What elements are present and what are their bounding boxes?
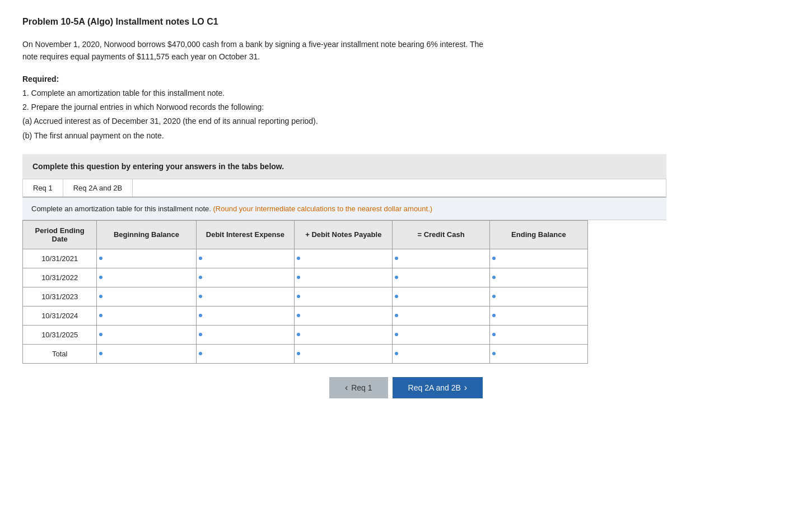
input-beginning-balance-2[interactable]	[97, 268, 196, 287]
tab-instruction-text: Complete an amortization table for this …	[31, 205, 211, 213]
input-field[interactable]	[397, 254, 484, 263]
input-debit-notes-5[interactable]	[295, 325, 393, 344]
problem-description: On November 1, 2020, Norwood borrows $47…	[22, 38, 666, 63]
input-field[interactable]	[101, 350, 191, 358]
input-ending-balance-5[interactable]	[489, 325, 587, 344]
bottom-buttons: Req 1 Req 2A and 2B	[238, 377, 574, 398]
input-ending-balance-3[interactable]	[489, 287, 587, 306]
input-field[interactable]	[101, 292, 191, 301]
input-field[interactable]	[101, 254, 191, 263]
input-field[interactable]	[101, 331, 191, 339]
col-header-date: Period Ending Date	[23, 220, 97, 249]
tab-req2a2b[interactable]: Req 2A and 2B	[63, 179, 133, 197]
page-title: Problem 10-5A (Algo) Installment notes L…	[22, 17, 790, 27]
col-header-debit-interest: Debit Interest Expense	[196, 220, 295, 249]
prev-button-label: Req 1	[351, 383, 372, 392]
input-ending-balance-4[interactable]	[489, 306, 587, 325]
input-field[interactable]	[201, 312, 290, 320]
input-field[interactable]	[494, 331, 583, 339]
req-item-3: (a) Accrued interest as of December 31, …	[22, 114, 790, 128]
tab-req1[interactable]: Req 1	[23, 179, 63, 197]
input-credit-cash-2[interactable]	[393, 268, 489, 287]
input-debit-interest-2[interactable]	[196, 268, 295, 287]
input-debit-interest-5[interactable]	[196, 325, 295, 344]
input-field[interactable]	[201, 254, 290, 263]
input-debit-interest-total[interactable]	[196, 344, 295, 363]
input-beginning-balance-total[interactable]	[97, 344, 196, 363]
date-cell-1: 10/31/2021	[23, 249, 97, 268]
table-row: 10/31/2025	[23, 325, 588, 344]
input-field[interactable]	[397, 292, 484, 301]
date-cell-2: 10/31/2022	[23, 268, 97, 287]
input-debit-interest-1[interactable]	[196, 249, 295, 268]
tab-instruction-orange: (Round your intermediate calculations to…	[213, 205, 432, 213]
input-field[interactable]	[397, 350, 484, 358]
tab-content-instruction: Complete an amortization table for this …	[22, 198, 666, 220]
input-field[interactable]	[299, 350, 388, 358]
next-button[interactable]: Req 2A and 2B	[393, 377, 483, 398]
req-item-1: 1. Complete an amortization table for th…	[22, 86, 790, 100]
input-field[interactable]	[494, 350, 583, 358]
input-beginning-balance-4[interactable]	[97, 306, 196, 325]
input-beginning-balance-5[interactable]	[97, 325, 196, 344]
input-credit-cash-1[interactable]	[393, 249, 489, 268]
input-credit-cash-4[interactable]	[393, 306, 489, 325]
table-row-total: Total	[23, 344, 588, 363]
req-item-4: (b) The first annual payment on the note…	[22, 129, 790, 143]
input-field[interactable]	[494, 254, 583, 263]
input-beginning-balance-3[interactable]	[97, 287, 196, 306]
input-field[interactable]	[201, 273, 290, 282]
input-beginning-balance-1[interactable]	[97, 249, 196, 268]
table-row: 10/31/2021	[23, 249, 588, 268]
input-field[interactable]	[299, 312, 388, 320]
input-debit-interest-3[interactable]	[196, 287, 295, 306]
input-field[interactable]	[299, 331, 388, 339]
input-field[interactable]	[494, 312, 583, 320]
date-cell-5: 10/31/2025	[23, 325, 97, 344]
chevron-left-icon	[345, 383, 348, 393]
date-cell-3: 10/31/2023	[23, 287, 97, 306]
input-field[interactable]	[201, 292, 290, 301]
input-debit-notes-total[interactable]	[295, 344, 393, 363]
table-row: 10/31/2023	[23, 287, 588, 306]
input-ending-balance-total[interactable]	[489, 344, 587, 363]
col-header-credit-cash: = Credit Cash	[393, 220, 489, 249]
input-debit-notes-4[interactable]	[295, 306, 393, 325]
date-cell-total: Total	[23, 344, 97, 363]
input-debit-notes-2[interactable]	[295, 268, 393, 287]
input-debit-notes-3[interactable]	[295, 287, 393, 306]
prev-button[interactable]: Req 1	[329, 377, 388, 398]
input-credit-cash-3[interactable]	[393, 287, 489, 306]
input-field[interactable]	[201, 350, 290, 358]
req-item-2: 2. Prepare the journal entries in which …	[22, 100, 790, 114]
input-field[interactable]	[397, 273, 484, 282]
input-field[interactable]	[101, 273, 191, 282]
input-field[interactable]	[201, 331, 290, 339]
col-header-debit-notes: + Debit Notes Payable	[295, 220, 393, 249]
input-field[interactable]	[101, 312, 191, 320]
input-field[interactable]	[494, 292, 583, 301]
description-line2: note requires equal payments of $111,575…	[22, 52, 260, 61]
input-debit-interest-4[interactable]	[196, 306, 295, 325]
required-section: Required: 1. Complete an amortization ta…	[22, 72, 790, 143]
input-field[interactable]	[397, 331, 484, 339]
table-row: 10/31/2022	[23, 268, 588, 287]
input-field[interactable]	[299, 292, 388, 301]
input-field[interactable]	[299, 273, 388, 282]
input-debit-notes-1[interactable]	[295, 249, 393, 268]
table-row: 10/31/2024	[23, 306, 588, 325]
input-field[interactable]	[494, 273, 583, 282]
next-button-label: Req 2A and 2B	[408, 383, 461, 392]
col-header-ending-balance: Ending Balance	[489, 220, 587, 249]
input-field[interactable]	[299, 254, 388, 263]
tabs-row: Req 1 Req 2A and 2B	[23, 179, 666, 197]
input-field[interactable]	[397, 312, 484, 320]
input-credit-cash-total[interactable]	[393, 344, 489, 363]
input-ending-balance-2[interactable]	[489, 268, 587, 287]
input-credit-cash-5[interactable]	[393, 325, 489, 344]
amortization-table-wrapper: Period Ending Date Beginning Balance Deb…	[22, 220, 588, 364]
instruction-box: Complete this question by entering your …	[22, 154, 666, 179]
amortization-table: Period Ending Date Beginning Balance Deb…	[22, 220, 588, 364]
tabs-container: Req 1 Req 2A and 2B	[22, 179, 666, 198]
input-ending-balance-1[interactable]	[489, 249, 587, 268]
